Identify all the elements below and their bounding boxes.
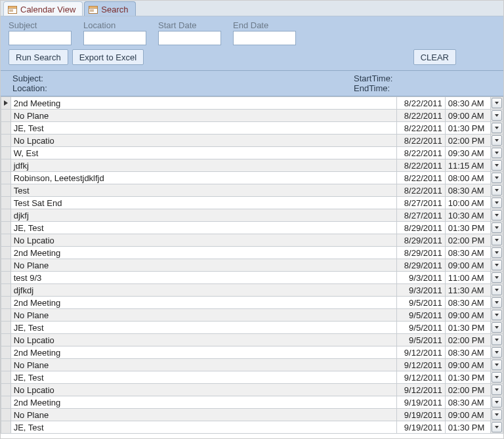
cell-subject[interactable]: No Lpcatio	[10, 135, 396, 147]
cell-subject[interactable]: JE, Test	[10, 421, 396, 434]
cell-time-dropdown[interactable]	[491, 346, 503, 359]
cell-date[interactable]: 9/12/2011	[397, 384, 446, 396]
table-row[interactable]: No Lpcatio9/5/201102:00 PM	[1, 334, 503, 346]
cell-subject[interactable]: No Lpcatio	[10, 384, 396, 396]
cell-time[interactable]: 09:00 AM	[445, 259, 490, 272]
cell-date[interactable]: 8/29/2011	[397, 259, 446, 272]
cell-time-dropdown[interactable]	[491, 110, 503, 122]
cell-subject[interactable]: No Plane	[10, 359, 396, 371]
cell-time-dropdown[interactable]	[491, 209, 503, 222]
cell-time[interactable]: 02:00 PM	[445, 334, 490, 346]
row-selector[interactable]	[1, 421, 11, 434]
cell-time[interactable]: 08:00 AM	[445, 172, 490, 184]
cell-subject[interactable]: JE, Test	[10, 222, 396, 234]
cell-time[interactable]: 08:30 AM	[445, 247, 490, 259]
cell-time[interactable]: 01:30 PM	[445, 222, 490, 234]
cell-date[interactable]: 8/27/2011	[397, 197, 446, 209]
row-selector[interactable]	[1, 396, 11, 409]
cell-subject[interactable]: 2nd Meeting	[10, 97, 396, 110]
cell-time[interactable]: 01:30 PM	[445, 371, 490, 384]
cell-time-dropdown[interactable]	[491, 322, 503, 334]
cell-time-dropdown[interactable]	[491, 122, 503, 135]
row-selector[interactable]	[1, 197, 11, 209]
row-selector[interactable]	[1, 284, 11, 297]
table-row[interactable]: No Plane9/5/201109:00 AM	[1, 309, 503, 322]
cell-date[interactable]: 8/22/2011	[397, 184, 446, 197]
cell-subject[interactable]: No Plane	[10, 309, 396, 322]
cell-time-dropdown[interactable]	[491, 234, 503, 247]
cell-subject[interactable]: No Plane	[10, 409, 396, 421]
filter-end-date-input[interactable]	[233, 31, 296, 45]
cell-subject[interactable]: JE, Test	[10, 322, 396, 334]
cell-date[interactable]: 9/19/2011	[397, 396, 446, 409]
table-row[interactable]: W, Est8/22/201109:30 AM	[1, 147, 503, 159]
row-selector[interactable]	[1, 259, 11, 272]
cell-subject[interactable]: 2nd Meeting	[10, 297, 396, 309]
cell-time[interactable]: 08:30 AM	[445, 346, 490, 359]
row-selector[interactable]	[1, 110, 11, 122]
table-row[interactable]: test 9/39/3/201111:00 AM	[1, 272, 503, 284]
cell-subject[interactable]: JE, Test	[10, 122, 396, 135]
table-row[interactable]: Test Sat End8/27/201110:00 AM	[1, 197, 503, 209]
cell-date[interactable]: 8/22/2011	[397, 147, 446, 159]
table-row[interactable]: No Lpcatio8/22/201102:00 PM	[1, 135, 503, 147]
table-row[interactable]: JE, Test9/19/201101:30 PM	[1, 421, 503, 434]
cell-time[interactable]: 01:30 PM	[445, 421, 490, 434]
cell-subject[interactable]: djfkdj	[10, 284, 396, 297]
cell-time[interactable]: 10:00 AM	[445, 197, 490, 209]
table-row[interactable]: JE, Test8/22/201101:30 PM	[1, 122, 503, 135]
row-selector[interactable]	[1, 209, 11, 222]
cell-time-dropdown[interactable]	[491, 396, 503, 409]
cell-time[interactable]: 08:30 AM	[445, 297, 490, 309]
cell-time-dropdown[interactable]	[491, 409, 503, 421]
filter-subject-input[interactable]	[9, 31, 72, 45]
cell-date[interactable]: 9/12/2011	[397, 371, 446, 384]
cell-subject[interactable]: JE, Test	[10, 371, 396, 384]
row-selector[interactable]	[1, 371, 11, 384]
cell-time[interactable]: 10:30 AM	[445, 209, 490, 222]
table-row[interactable]: No Plane8/22/201109:00 AM	[1, 110, 503, 122]
cell-time[interactable]: 09:00 AM	[445, 359, 490, 371]
cell-subject[interactable]: No Lpcatio	[10, 334, 396, 346]
table-row[interactable]: 2nd Meeting9/5/201108:30 AM	[1, 297, 503, 309]
table-row[interactable]: No Plane9/12/201109:00 AM	[1, 359, 503, 371]
row-selector[interactable]	[1, 97, 11, 110]
row-selector[interactable]	[1, 184, 11, 197]
table-row[interactable]: JE, Test9/12/201101:30 PM	[1, 371, 503, 384]
table-row[interactable]: No Plane9/19/201109:00 AM	[1, 409, 503, 421]
cell-subject[interactable]: 2nd Meeting	[10, 396, 396, 409]
table-row[interactable]: djfkdj9/3/201111:30 AM	[1, 284, 503, 297]
row-selector[interactable]	[1, 172, 11, 184]
cell-time-dropdown[interactable]	[491, 97, 503, 110]
cell-time-dropdown[interactable]	[491, 272, 503, 284]
cell-time-dropdown[interactable]	[491, 284, 503, 297]
row-selector[interactable]	[1, 309, 11, 322]
table-row[interactable]: 2nd Meeting9/19/201108:30 AM	[1, 396, 503, 409]
cell-date[interactable]: 8/22/2011	[397, 97, 446, 110]
clear-button[interactable]: CLEAR	[413, 49, 456, 65]
cell-date[interactable]: 8/22/2011	[397, 110, 446, 122]
cell-date[interactable]: 9/5/2011	[397, 334, 446, 346]
cell-date[interactable]: 9/12/2011	[397, 346, 446, 359]
filter-location-input[interactable]	[83, 31, 146, 45]
cell-time[interactable]: 09:00 AM	[445, 309, 490, 322]
cell-subject[interactable]: 2nd Meeting	[10, 346, 396, 359]
row-selector[interactable]	[1, 222, 11, 234]
cell-date[interactable]: 8/22/2011	[397, 122, 446, 135]
cell-subject[interactable]: Test Sat End	[10, 197, 396, 209]
row-selector[interactable]	[1, 359, 11, 371]
cell-time-dropdown[interactable]	[491, 184, 503, 197]
table-row[interactable]: 2nd Meeting9/12/201108:30 AM	[1, 346, 503, 359]
cell-date[interactable]: 9/3/2011	[397, 284, 446, 297]
table-row[interactable]: JE, Test9/5/201101:30 PM	[1, 322, 503, 334]
cell-date[interactable]: 8/27/2011	[397, 209, 446, 222]
cell-date[interactable]: 8/29/2011	[397, 222, 446, 234]
cell-time-dropdown[interactable]	[491, 384, 503, 396]
cell-date[interactable]: 8/22/2011	[397, 172, 446, 184]
cell-subject[interactable]: test 9/3	[10, 272, 396, 284]
cell-subject[interactable]: djkfj	[10, 209, 396, 222]
cell-date[interactable]: 8/29/2011	[397, 247, 446, 259]
table-row[interactable]: djkfj8/27/201110:30 AM	[1, 209, 503, 222]
cell-time[interactable]: 11:00 AM	[445, 272, 490, 284]
row-selector[interactable]	[1, 384, 11, 396]
